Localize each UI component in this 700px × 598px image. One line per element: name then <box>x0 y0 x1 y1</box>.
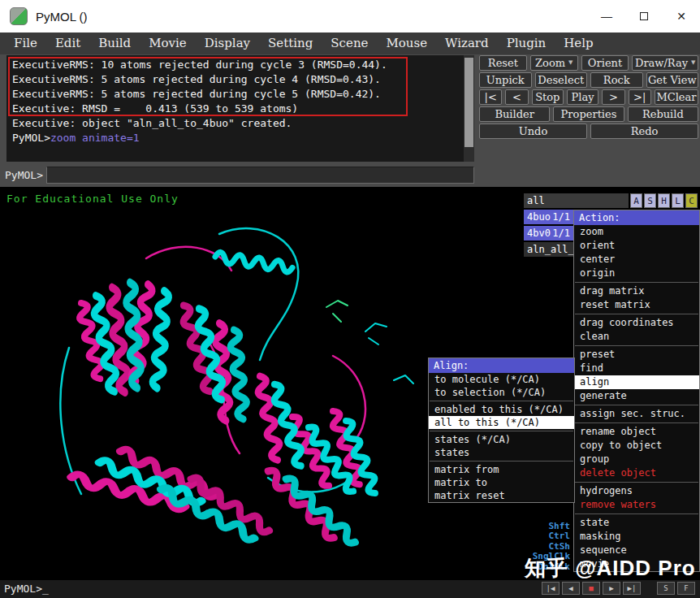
prev-frame-button[interactable]: < <box>505 89 528 105</box>
control-row-3: |< < Stop Play > >| MClear <box>479 89 698 105</box>
align-item-to-molecule[interactable]: to molecule (*/CA) <box>429 373 574 386</box>
action-item-drag-matrix[interactable]: drag matrix <box>574 284 699 298</box>
menu-help[interactable]: Help <box>555 32 602 54</box>
align-item-states-ca[interactable]: states (*/CA) <box>429 433 574 446</box>
console-log[interactable]: ExecutiveRMS: 10 atoms rejected during c… <box>6 55 474 162</box>
align-item-states[interactable]: states <box>429 446 574 459</box>
action-item-align[interactable]: align <box>574 375 699 389</box>
object-all[interactable]: all <box>524 193 629 208</box>
object-4buo[interactable]: 4buo1/1 <box>524 210 573 224</box>
action-item-origin[interactable]: origin <box>574 266 699 280</box>
play-button[interactable]: Play <box>567 89 598 105</box>
action-item-reset-matrix[interactable]: reset matrix <box>574 298 699 312</box>
console-scrollbar[interactable] <box>464 55 474 162</box>
action-item-clean[interactable]: clean <box>574 330 699 344</box>
stop-button[interactable]: Stop <box>532 89 564 105</box>
builder-button[interactable]: Builder <box>479 106 550 122</box>
rebuild-button[interactable]: Rebuild <box>628 106 698 122</box>
action-item-copy-to-object[interactable]: copy to object <box>574 439 699 453</box>
hide-button[interactable]: H <box>658 193 670 208</box>
undo-button[interactable]: Undo <box>479 124 587 139</box>
minimize-button[interactable]: — <box>588 0 625 32</box>
align-item-matrix-reset[interactable]: matrix reset <box>429 489 574 502</box>
action-item-rename-object[interactable]: rename object <box>574 425 699 439</box>
align-menu-title: Align: <box>429 358 574 373</box>
command-prompt: PyMOL> <box>5 169 43 181</box>
vcr-first-button[interactable]: |◀ <box>542 582 560 595</box>
menu-scene[interactable]: Scene <box>322 32 377 54</box>
control-row-5: Undo Redo <box>479 124 698 139</box>
menu-build[interactable]: Build <box>89 32 140 54</box>
align-item-matrix-to[interactable]: matrix to <box>429 476 574 489</box>
align-item-all-to-this[interactable]: all to this (*/CA) <box>429 416 574 429</box>
menu-plugin[interactable]: Plugin <box>498 32 555 54</box>
first-frame-button[interactable]: |< <box>479 89 502 105</box>
protein-structure <box>24 210 447 577</box>
action-item-assign-sec-struc[interactable]: assign sec. struc. <box>574 407 699 421</box>
label-button[interactable]: L <box>672 193 684 208</box>
close-button[interactable]: ✕ <box>663 0 700 32</box>
zoom-button[interactable]: Zoom▼ <box>530 55 578 71</box>
menu-mouse[interactable]: Mouse <box>377 32 436 54</box>
action-menu-title: Action: <box>574 210 699 225</box>
action-item-center[interactable]: center <box>574 253 699 266</box>
redo-button[interactable]: Redo <box>590 124 698 139</box>
menu-separator <box>430 431 573 431</box>
action-item-find[interactable]: find <box>574 362 699 375</box>
menu-file[interactable]: File <box>5 32 46 54</box>
action-item-orient[interactable]: orient <box>574 239 699 253</box>
last-frame-button[interactable]: >| <box>629 89 651 105</box>
action-item-masking[interactable]: masking <box>574 530 699 544</box>
orient-button[interactable]: Orient <box>581 55 629 71</box>
action-item-state[interactable]: state <box>574 516 699 530</box>
menu-movie[interactable]: Movie <box>140 32 196 54</box>
log-command-text: zoom animate=1 <box>50 132 140 144</box>
menu-separator <box>575 482 698 483</box>
show-button[interactable]: S <box>644 193 656 208</box>
full-screen-button[interactable]: F <box>677 582 695 595</box>
reset-button[interactable]: Reset <box>479 55 527 71</box>
viewport[interactable]: For Educational Use Only <box>0 187 700 580</box>
align-item-matrix-from[interactable]: matrix from <box>429 463 574 476</box>
action-item-generate[interactable]: generate <box>574 389 699 403</box>
action-item-zoom[interactable]: zoom <box>574 225 699 239</box>
align-menu: Align: to molecule (*/CA) to selection (… <box>428 358 575 503</box>
menu-edit[interactable]: Edit <box>46 32 89 54</box>
scene-button[interactable]: S <box>657 582 675 595</box>
color-button[interactable]: C <box>685 193 698 208</box>
align-item-to-selection[interactable]: to selection (*/CA) <box>429 386 574 399</box>
action-item-drag-coordinates[interactable]: drag coordinates <box>574 316 699 330</box>
pymol-window: PyMOL () — ✕ File Edit Build Movie Displ… <box>0 0 700 598</box>
object-aln-all[interactable]: aln_all_ <box>524 242 573 257</box>
menu-display[interactable]: Display <box>196 32 259 54</box>
action-item-preset[interactable]: preset <box>574 348 699 362</box>
vcr-stop-button[interactable]: ■ <box>582 582 600 595</box>
maximize-button[interactable] <box>625 0 663 32</box>
vcr-last-button[interactable]: ▶| <box>623 582 641 595</box>
action-item-group[interactable]: group <box>574 453 699 466</box>
action-item-hydrogens[interactable]: hydrogens <box>574 484 699 498</box>
action-item-delete-object[interactable]: delete object <box>574 466 699 480</box>
action-button[interactable]: A <box>630 193 642 208</box>
rock-button[interactable]: Rock <box>590 72 643 88</box>
console-scrollbar-thumb[interactable] <box>465 58 473 147</box>
vcr-prev-button[interactable]: ◀ <box>562 582 580 595</box>
draw-ray-button[interactable]: Draw/Ray▼ <box>632 55 698 71</box>
mclear-button[interactable]: MClear <box>655 89 698 105</box>
menu-setting[interactable]: Setting <box>259 32 322 54</box>
vcr-next-button[interactable]: ▶ <box>603 582 620 595</box>
object-4bv0[interactable]: 4bv01/1 <box>524 226 573 240</box>
menu-wizard[interactable]: Wizard <box>436 32 498 54</box>
get-view-button[interactable]: Get View <box>646 72 699 88</box>
log-line-command: PyMOL>zoom animate=1 <box>12 131 461 145</box>
next-frame-button[interactable]: > <box>602 89 624 105</box>
console-lines: ExecutiveRMS: 10 atoms rejected during c… <box>6 55 474 145</box>
command-input[interactable] <box>46 167 474 184</box>
deselect-button[interactable]: Deselect <box>535 72 588 88</box>
unpick-button[interactable]: Unpick <box>479 72 532 88</box>
mouse-legend-ctrl: Ctrl <box>510 531 570 541</box>
align-item-enabled-to-this[interactable]: enabled to this (*/CA) <box>429 403 574 416</box>
titlebar: PyMOL () — ✕ <box>0 0 700 32</box>
action-item-remove-waters[interactable]: remove waters <box>574 498 699 512</box>
properties-button[interactable]: Properties <box>553 106 624 122</box>
